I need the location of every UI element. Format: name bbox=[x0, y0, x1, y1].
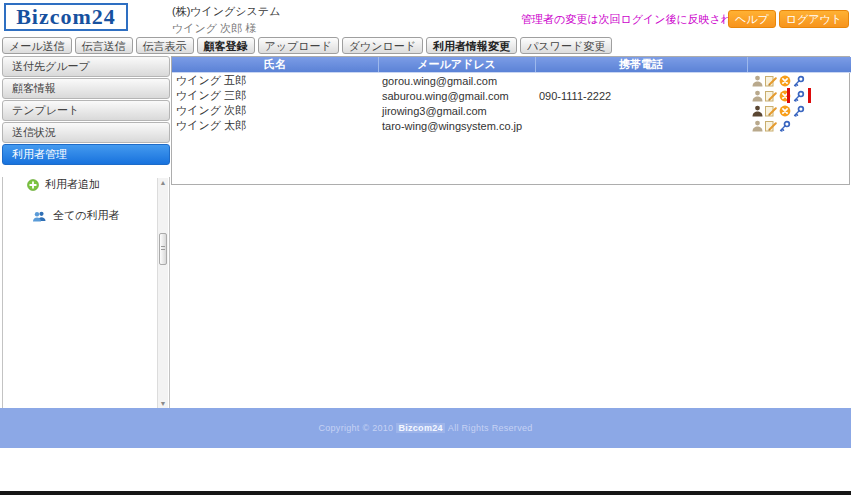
key-icon[interactable] bbox=[793, 75, 805, 87]
tab-8[interactable]: パスワード変更 bbox=[520, 37, 612, 54]
sidebar-link-1[interactable]: 利用者追加 bbox=[27, 177, 169, 192]
user-name-cell: ウイング 太郎 bbox=[172, 118, 378, 133]
column-header-4 bbox=[747, 57, 851, 73]
delete-icon[interactable] bbox=[779, 75, 791, 87]
edit-icon[interactable] bbox=[765, 90, 777, 102]
column-header-2: メールアドレス bbox=[378, 57, 535, 73]
user-phone-cell bbox=[535, 73, 747, 89]
logo[interactable]: Bizcom24 bbox=[4, 3, 128, 31]
user-phone-cell bbox=[535, 103, 747, 118]
copyright-prefix: Copyright © 2010 bbox=[318, 423, 393, 433]
user-name-cell: ウイング 五郎 bbox=[172, 73, 378, 89]
user-phone-cell: 090-1111-2222 bbox=[535, 88, 747, 103]
user-actions-cell bbox=[747, 103, 851, 118]
sidebar-section-4[interactable]: 送信状況 bbox=[2, 122, 170, 143]
table-row: ウイング 三郎saburou.wing@gmail.com090-1111-22… bbox=[172, 88, 851, 103]
scrollbar-thumb[interactable] bbox=[159, 233, 167, 265]
user-name: ウイング 次郎 様 bbox=[172, 21, 256, 36]
edit-icon[interactable] bbox=[765, 105, 777, 117]
user-icon[interactable] bbox=[751, 105, 763, 117]
user-email-cell: saburou.wing@gmail.com bbox=[378, 88, 535, 103]
user-table-container: 氏名メールアドレス携帯電話 ウイング 五郎gorou.wing@gmail.co… bbox=[171, 56, 850, 185]
user-email-cell: taro-wing@wingsystem.co.jp bbox=[378, 118, 535, 133]
top-bar: Bizcom24 (株)ウイングシステム ウイング 次郎 様 管理者の変更は次回… bbox=[0, 0, 851, 36]
tab-6[interactable]: ダウンロード bbox=[342, 37, 423, 54]
tab-1[interactable]: メール送信 bbox=[2, 37, 72, 54]
tab-4[interactable]: 顧客登録 bbox=[197, 37, 255, 54]
edit-icon[interactable] bbox=[765, 75, 777, 87]
scroll-up-icon[interactable]: ▲ bbox=[158, 178, 168, 188]
user-actions-cell bbox=[747, 118, 851, 133]
user-management-panel: 利用者追加全ての利用者 ▲ ▼ bbox=[2, 177, 170, 411]
edit-icon[interactable] bbox=[765, 120, 777, 132]
sidebar-link-2[interactable]: 全ての利用者 bbox=[32, 208, 169, 223]
delete-icon[interactable] bbox=[779, 105, 791, 117]
user-actions-cell bbox=[747, 88, 851, 103]
company-name: (株)ウイングシステム bbox=[172, 4, 280, 19]
user-name-cell: ウイング 三郎 bbox=[172, 88, 378, 103]
logout-button[interactable]: ログアウト bbox=[779, 10, 849, 28]
tab-5[interactable]: アップロード bbox=[258, 37, 339, 54]
table-row: ウイング 五郎gorou.wing@gmail.com bbox=[172, 73, 851, 89]
sidebar: 送付先グループ顧客情報テンプレート送信状況利用者管理 利用者追加全ての利用者 ▲… bbox=[2, 56, 170, 411]
footer: Copyright © 2010 Bizcom24 All Rights Res… bbox=[0, 408, 851, 448]
user-phone-cell bbox=[535, 118, 747, 133]
copyright-suffix: All Rights Reserved bbox=[448, 423, 533, 433]
table-row: ウイング 太郎taro-wing@wingsystem.co.jp bbox=[172, 118, 851, 133]
sidebar-section-5[interactable]: 利用者管理 bbox=[2, 144, 170, 165]
tab-bar: メール送信伝言送信伝言表示顧客登録アップロードダウンロード利用者情報変更パスワー… bbox=[2, 37, 612, 54]
column-header-3: 携帯電話 bbox=[535, 57, 747, 73]
user-icon[interactable] bbox=[751, 120, 763, 132]
tab-2[interactable]: 伝言送信 bbox=[75, 37, 133, 54]
add-user-icon bbox=[27, 179, 39, 191]
sidebar-section-1[interactable]: 送付先グループ bbox=[2, 56, 170, 77]
column-header-1: 氏名 bbox=[172, 57, 378, 73]
tab-3[interactable]: 伝言表示 bbox=[136, 37, 194, 54]
user-actions-cell bbox=[747, 73, 851, 89]
sidebar-section-3[interactable]: テンプレート bbox=[2, 100, 170, 121]
sidebar-scrollbar[interactable]: ▲ ▼ bbox=[157, 178, 168, 409]
window-bottom-edge bbox=[0, 491, 851, 495]
key-icon[interactable] bbox=[793, 105, 805, 117]
user-name-cell: ウイング 次郎 bbox=[172, 103, 378, 118]
sidebar-link-label: 全ての利用者 bbox=[53, 208, 120, 223]
admin-notice: 管理者の変更は次回ログイン後に反映されます bbox=[521, 12, 755, 27]
user-table: 氏名メールアドレス携帯電話 ウイング 五郎gorou.wing@gmail.co… bbox=[172, 57, 851, 133]
key-icon[interactable] bbox=[779, 120, 791, 132]
user-email-cell: gorou.wing@gmail.com bbox=[378, 73, 535, 89]
user-icon[interactable] bbox=[751, 90, 763, 102]
delete-icon[interactable] bbox=[779, 90, 791, 102]
sidebar-section-2[interactable]: 顧客情報 bbox=[2, 78, 170, 99]
table-row: ウイング 次郎jirowing3@gmail.com bbox=[172, 103, 851, 118]
footer-brand: Bizcom24 bbox=[396, 423, 444, 433]
user-email-cell: jirowing3@gmail.com bbox=[378, 103, 535, 118]
user-icon[interactable] bbox=[751, 75, 763, 87]
sidebar-link-label: 利用者追加 bbox=[45, 177, 100, 192]
help-button[interactable]: ヘルプ bbox=[728, 10, 776, 28]
key-icon[interactable] bbox=[793, 90, 805, 102]
logo-text: Bizcom24 bbox=[16, 4, 116, 30]
all-users-icon bbox=[32, 210, 47, 222]
tab-7[interactable]: 利用者情報変更 bbox=[426, 37, 517, 54]
